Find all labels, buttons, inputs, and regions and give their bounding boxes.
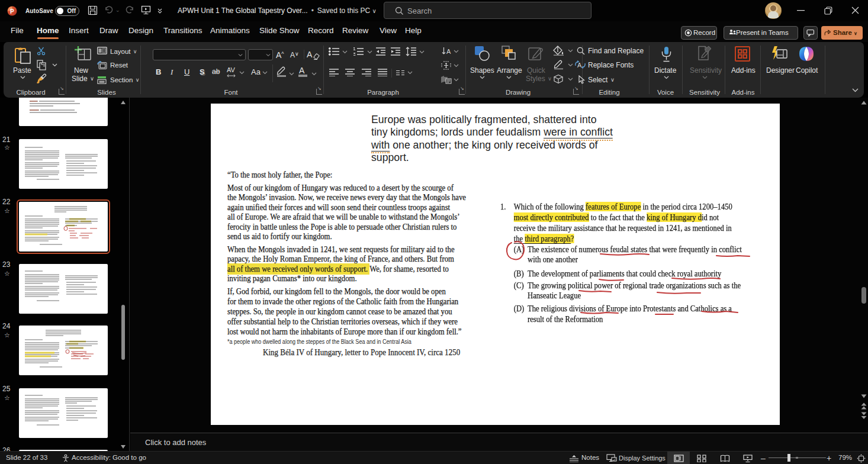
- svg-text:P: P: [10, 8, 14, 15]
- svg-text:A: A: [446, 48, 451, 55]
- svg-text:A: A: [577, 62, 582, 69]
